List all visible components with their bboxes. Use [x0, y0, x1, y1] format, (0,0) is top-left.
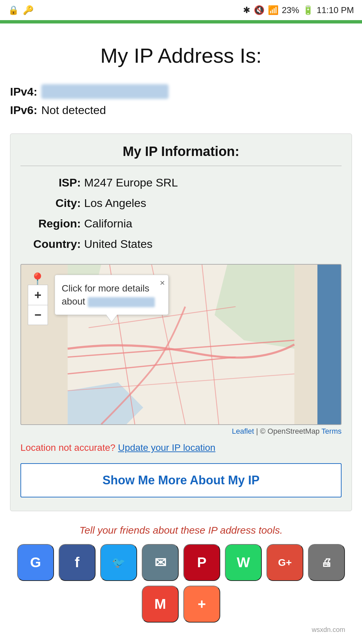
lock-icon: 🔒	[8, 5, 19, 15]
country-value: United States	[84, 237, 153, 251]
popup-line2: about	[62, 296, 85, 307]
map-popup: × Click for more details about	[55, 275, 169, 315]
ipv6-value: Not detected	[41, 104, 106, 117]
ipv4-label: IPv4:	[10, 85, 37, 98]
ipv4-row: IPv4:	[10, 84, 352, 99]
friends-text: Tell your friends about these IP address…	[13, 525, 349, 536]
city-row: City: Los Angeles	[20, 197, 342, 210]
twitter-share-button[interactable]: 🐦	[100, 544, 137, 581]
zoom-in-button[interactable]: +	[28, 285, 48, 305]
zoom-controls[interactable]: + −	[28, 285, 48, 325]
attribution-text: | © OpenStreetMap	[254, 427, 321, 435]
show-more-button[interactable]: Show Me More About My IP	[20, 463, 342, 497]
city-label: City:	[27, 197, 81, 210]
popup-close-button[interactable]: ×	[160, 278, 165, 288]
wifi-icon: 📶	[268, 5, 279, 15]
footer-text: wsxdn.com	[312, 626, 345, 633]
more-share-button[interactable]: +	[183, 586, 220, 623]
whatsapp-share-button[interactable]: W	[225, 544, 262, 581]
isp-row: ISP: M247 Europe SRL	[20, 176, 342, 189]
popup-ip-blurred	[88, 297, 155, 307]
pinterest-share-button[interactable]: P	[183, 544, 220, 581]
ipv6-row: IPv6: Not detected	[10, 104, 352, 117]
clock: 11:10 PM	[317, 5, 354, 15]
print-share-button[interactable]: 🖨	[308, 544, 345, 581]
social-buttons: G f 🐦 ✉ P W G+ 🖨 M +	[13, 544, 349, 623]
terms-link[interactable]: Terms	[321, 427, 342, 435]
battery-icon: 🔋	[303, 5, 313, 15]
footer: wsxdn.com	[10, 623, 352, 637]
city-value: Los Angeles	[84, 197, 146, 210]
info-box-divider	[20, 166, 342, 166]
google-share-button[interactable]: G	[17, 544, 54, 581]
main-content: My IP Address Is: IPv4: IPv6: Not detect…	[0, 23, 362, 644]
mute-icon: 🔇	[254, 5, 264, 15]
status-left-icons: 🔒 🔑	[8, 5, 34, 15]
facebook-share-button[interactable]: f	[59, 544, 96, 581]
ipv4-value-blurred	[41, 84, 169, 99]
googleplus-share-button[interactable]: G+	[266, 544, 303, 581]
leaflet-link[interactable]: Leaflet	[232, 427, 254, 435]
status-bar: 🔒 🔑 ✱ 🔇 📶 23% 🔋 11:10 PM	[0, 0, 362, 20]
map-container: 📍 + − × Click for more details about	[20, 264, 342, 436]
zoom-out-button[interactable]: −	[28, 305, 48, 325]
status-right-info: ✱ 🔇 📶 23% 🔋 11:10 PM	[243, 5, 354, 15]
map-right-sidebar	[317, 265, 341, 424]
key-icon: 🔑	[23, 5, 34, 15]
info-box-title: My IP Information:	[20, 144, 342, 159]
isp-label: ISP:	[27, 176, 81, 189]
region-value: California	[84, 217, 132, 230]
popup-text: Click for more details about	[62, 282, 155, 308]
battery-percent: 23%	[282, 5, 299, 15]
update-location-link[interactable]: Update your IP location	[118, 442, 216, 453]
location-note-text: Location not accurate?	[20, 442, 118, 453]
region-label: Region:	[27, 217, 81, 230]
map-attribution: Leaflet | © OpenStreetMap Terms	[20, 427, 342, 436]
bluetooth-icon: ✱	[243, 5, 250, 15]
country-label: Country:	[27, 237, 81, 251]
friends-section: Tell your friends about these IP address…	[10, 525, 352, 623]
ipv6-label: IPv6:	[10, 104, 37, 117]
green-accent-bar	[0, 20, 362, 23]
region-row: Region: California	[20, 217, 342, 230]
country-row: Country: United States	[20, 237, 342, 251]
isp-value: M247 Europe SRL	[84, 176, 178, 189]
ip-info-box: My IP Information: ISP: M247 Europe SRL …	[10, 133, 352, 511]
gmail-share-button[interactable]: M	[142, 586, 179, 623]
page-title: My IP Address Is:	[10, 44, 352, 67]
location-note: Location not accurate? Update your IP lo…	[20, 442, 342, 453]
popup-line1: Click for more details	[62, 283, 149, 293]
map[interactable]: 📍 + − × Click for more details about	[20, 264, 342, 425]
email-share-button[interactable]: ✉	[142, 544, 179, 581]
